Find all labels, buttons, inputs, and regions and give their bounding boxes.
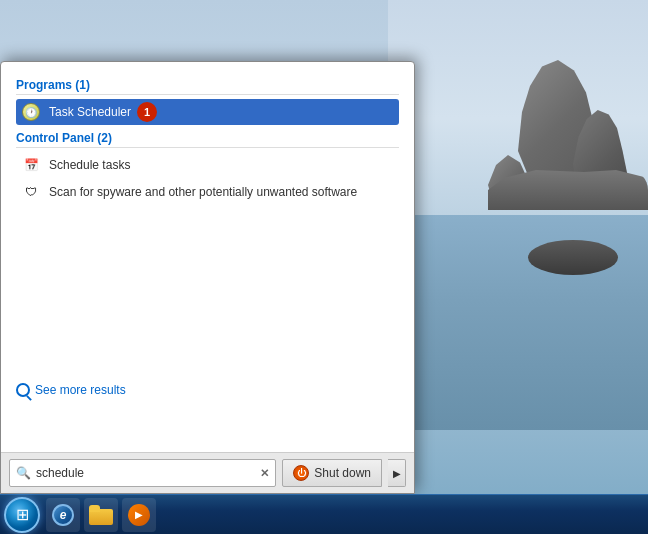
scan-spyware-item[interactable]: 🛡 Scan for spyware and other potentially…: [16, 179, 399, 205]
taskbar-explorer-button[interactable]: [84, 498, 118, 532]
scan-spyware-icon: 🛡: [21, 182, 41, 202]
shutdown-icon: ⏻: [293, 465, 309, 481]
shutdown-arrow-icon: ▶: [393, 468, 401, 479]
search-input[interactable]: schedule: [36, 466, 260, 480]
search-clear-button[interactable]: ✕: [260, 467, 269, 480]
desktop: Programs (1) 🕐 Task Scheduler 1 Control …: [0, 0, 648, 534]
programs-count-badge: 1: [137, 102, 157, 122]
shutdown-label: Shut down: [314, 466, 371, 480]
schedule-tasks-icon: 📅: [21, 155, 41, 175]
internet-explorer-icon: e: [52, 504, 74, 526]
see-more-results[interactable]: See more results: [16, 383, 126, 397]
task-scheduler-item[interactable]: 🕐 Task Scheduler 1: [16, 99, 399, 125]
schedule-tasks-label: Schedule tasks: [49, 158, 130, 172]
menu-bottom-bar: 🔍 schedule ✕ ⏻ Shut down ▶: [1, 452, 414, 493]
search-box[interactable]: 🔍 schedule ✕: [9, 459, 276, 487]
control-panel-label: Control Panel (2): [16, 131, 112, 145]
search-glass-icon: 🔍: [16, 466, 31, 480]
control-panel-section-header: Control Panel (2): [16, 131, 399, 148]
see-more-label: See more results: [35, 383, 126, 397]
start-menu: Programs (1) 🕐 Task Scheduler 1 Control …: [0, 61, 415, 494]
programs-label: Programs (1): [16, 78, 90, 92]
taskbar-ie-button[interactable]: e: [46, 498, 80, 532]
taskbar: e ▶: [0, 494, 648, 534]
task-scheduler-label: Task Scheduler: [49, 105, 131, 119]
shutdown-button[interactable]: ⏻ Shut down: [282, 459, 382, 487]
task-scheduler-icon: 🕐: [21, 102, 41, 122]
windows-media-player-icon: ▶: [128, 504, 150, 526]
see-more-search-icon: [16, 383, 30, 397]
windows-explorer-icon: [89, 505, 113, 525]
scan-spyware-label: Scan for spyware and other potentially u…: [49, 185, 357, 199]
shutdown-arrow-button[interactable]: ▶: [388, 459, 406, 487]
start-button[interactable]: [4, 497, 40, 533]
programs-section-header: Programs (1): [16, 78, 399, 95]
schedule-tasks-item[interactable]: 📅 Schedule tasks: [16, 152, 399, 178]
menu-content: Programs (1) 🕐 Task Scheduler 1 Control …: [1, 62, 414, 452]
taskbar-media-player-button[interactable]: ▶: [122, 498, 156, 532]
desktop-wallpaper: [388, 0, 648, 430]
